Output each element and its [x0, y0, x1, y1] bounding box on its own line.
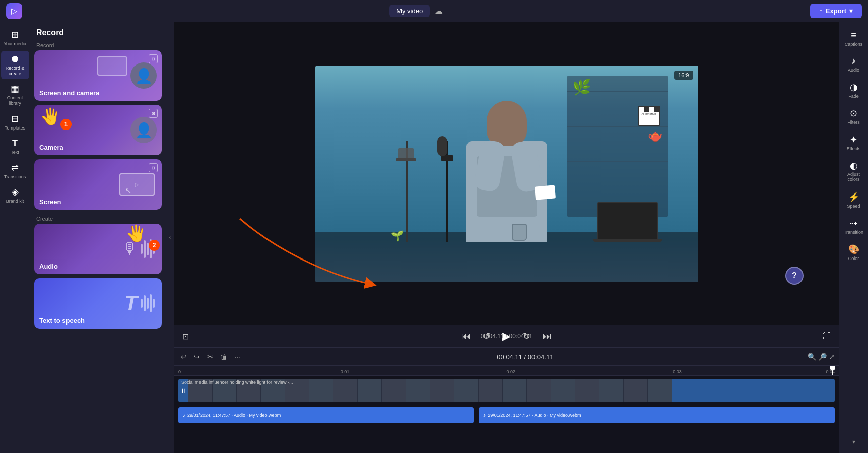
- expand-icon: ▾: [852, 438, 855, 445]
- video-track: Social media influencer holding white li…: [174, 376, 839, 405]
- rewind-button[interactable]: ⏮: [459, 329, 473, 344]
- record-section-label: Record: [36, 42, 160, 48]
- ruler-mark-0: 0: [178, 369, 181, 374]
- card-screen[interactable]: Screen ▷ ⊡ ↖: [34, 159, 162, 210]
- card-text-to-speech[interactable]: Text to speech T: [34, 278, 162, 329]
- app-logo[interactable]: ▷: [6, 3, 22, 19]
- create-section-label: Create: [36, 216, 160, 222]
- fade-label: Fade: [848, 94, 859, 99]
- right-panel-expand[interactable]: ▾: [849, 434, 858, 449]
- audio-track-2-label: 29/01/2024, 11:47:57 · Audio · My video.…: [488, 413, 581, 418]
- right-item-audio[interactable]: ♪ Audio: [840, 52, 867, 77]
- left-sidebar: ⊞ Your media ⏺ Record &create ▦ Content …: [0, 22, 30, 453]
- captions-label: Captions: [845, 42, 863, 47]
- export-chevron-icon: ▾: [849, 7, 853, 15]
- help-button[interactable]: ?: [785, 267, 804, 285]
- record-create-icon: ⏺: [11, 54, 20, 64]
- trash-button[interactable]: 🗑: [218, 351, 230, 362]
- undo-button[interactable]: ↩: [178, 351, 189, 362]
- sidebar-item-templates[interactable]: ⊟ Templates: [1, 110, 29, 134]
- sidebar-item-text[interactable]: T Text: [1, 135, 29, 158]
- card-screen-camera-badge: ⊡: [149, 54, 158, 63]
- panel-collapse-button[interactable]: ‹: [166, 22, 174, 453]
- annotation-number-1: 1: [60, 119, 72, 130]
- zoom-controls: 🔍 🔎 ⤢: [808, 353, 835, 361]
- sidebar-item-brand-kit[interactable]: ◈ Brand kit: [1, 183, 29, 207]
- transition-label: Transition: [844, 230, 863, 235]
- right-item-fade[interactable]: ◑ Fade: [840, 78, 867, 103]
- adjust-colors-icon: ◐: [850, 160, 858, 171]
- fullscreen-button[interactable]: ⛶: [821, 330, 833, 343]
- captions-icon: ≡: [851, 30, 856, 41]
- export-label: Export: [826, 7, 846, 15]
- skip-end-button[interactable]: ⏭: [541, 329, 554, 344]
- right-item-color[interactable]: 🎨 Color: [840, 240, 867, 265]
- sidebar-item-your-media[interactable]: ⊞ Your media: [1, 26, 29, 50]
- zoom-in-button[interactable]: 🔎: [818, 353, 827, 361]
- caption-toggle-button[interactable]: ⊡: [180, 330, 191, 343]
- audio-track-2[interactable]: ♪ 29/01/2024, 11:47:57 · Audio · My vide…: [479, 407, 835, 423]
- effects-label: Effects: [847, 146, 860, 151]
- right-item-captions[interactable]: ≡ Captions: [840, 26, 867, 51]
- right-item-speed[interactable]: ⚡ Speed: [840, 187, 867, 213]
- card-screen-camera-label: Screen and camera: [39, 89, 99, 97]
- brand-kit-icon: ◈: [12, 186, 19, 198]
- fade-icon: ◑: [850, 82, 858, 93]
- timeline-expand-button[interactable]: ⤢: [829, 353, 835, 361]
- card-camera-badge: ⊡: [149, 109, 158, 118]
- card-screen-camera[interactable]: Screen and camera 👤 ⊡: [34, 50, 162, 101]
- speed-icon: ⚡: [848, 191, 859, 203]
- zoom-out-button[interactable]: 🔍: [808, 353, 816, 361]
- export-icon: ↑: [819, 7, 823, 15]
- sidebar-label-brand-kit: Brand kit: [6, 199, 24, 204]
- video-preview-area: 🌿 🫖 CLIPCHAMP: [174, 22, 839, 325]
- time-display: 00:04.11 / 00:04.11: [481, 333, 532, 340]
- ruler-mark-2: 0:02: [507, 369, 516, 374]
- effects-icon: ✦: [850, 134, 857, 145]
- audio-tracks-row: ♪ 29/01/2024, 11:47:57 · Audio · My vide…: [174, 405, 839, 425]
- help-icon: ?: [792, 271, 797, 280]
- playhead[interactable]: [832, 366, 833, 375]
- card-audio[interactable]: Audio 🎙: [34, 224, 162, 274]
- sidebar-label-text: Text: [11, 150, 19, 155]
- templates-icon: ⊟: [11, 113, 19, 124]
- color-icon: 🎨: [848, 244, 859, 255]
- right-item-adjust-colors[interactable]: ◐ Adjust colors: [840, 156, 867, 186]
- audio-icon-1: ♪: [182, 412, 185, 419]
- sidebar-item-record-create[interactable]: ⏺ Record &create: [1, 51, 29, 80]
- right-item-filters[interactable]: ⊙ Filters: [840, 104, 867, 129]
- cursor-annotation: ↖: [125, 186, 131, 196]
- track-play-icon: ⏸: [180, 387, 186, 394]
- right-item-effects[interactable]: ✦ Effects: [840, 130, 867, 155]
- timeline-toolbar: ↩ ↪ ✂ 🗑 ··· 00:04.11 / 00:04.11 🔍 🔎 ⤢: [174, 348, 839, 366]
- card-screen-camera-decoration: 👤: [130, 62, 157, 89]
- sidebar-item-content-library[interactable]: ▦ Content library: [1, 80, 29, 109]
- video-frame: 🌿 🫖 CLIPCHAMP: [315, 66, 698, 282]
- ruler-mark-1: 0:01: [341, 369, 350, 374]
- audio-right-label: Audio: [848, 68, 859, 73]
- timeline-extra-button[interactable]: ···: [232, 351, 243, 362]
- scissors-button[interactable]: ✂: [205, 351, 216, 362]
- audio-track-1[interactable]: ♪ 29/01/2024, 11:47:57 · Audio · My vide…: [178, 407, 474, 423]
- sidebar-item-transitions[interactable]: ⇌ Transitions: [1, 159, 29, 183]
- adjust-colors-label: Adjust colors: [842, 172, 865, 182]
- project-title-button[interactable]: My video: [389, 5, 430, 17]
- speed-label: Speed: [847, 204, 860, 209]
- timeline-ruler: 0 0:01 0:02 0:03 0:04: [174, 366, 839, 376]
- record-panel: Record Record Screen and camera 👤 ⊡: [30, 22, 166, 453]
- video-controls: ⊡ ⏮ ↺ ▶ ↻ ⏭ 00:04.11 / 00:04.11 ⛶: [174, 325, 839, 347]
- right-panel: ≡ Captions ♪ Audio ◑ Fade ⊙ Filters ✦ Ef…: [839, 22, 868, 453]
- text-icon: T: [12, 138, 18, 149]
- timeline-area: ↩ ↪ ✂ 🗑 ··· 00:04.11 / 00:04.11 🔍 🔎 ⤢: [174, 347, 839, 453]
- audio-right-icon: ♪: [851, 56, 856, 67]
- timeline-tracks: Social media influencer holding white li…: [174, 376, 839, 453]
- card-screen-badge: ⊡: [149, 163, 158, 172]
- filters-icon: ⊙: [850, 108, 857, 119]
- record-panel-title: Record: [34, 28, 162, 37]
- annotation-number-2: 2: [149, 240, 160, 251]
- redo-button[interactable]: ↪: [191, 351, 203, 362]
- right-item-transition[interactable]: ⇢ Transition: [840, 214, 867, 239]
- card-camera[interactable]: Camera 👤 ⊡: [34, 105, 162, 155]
- content-library-icon: ▦: [11, 83, 19, 94]
- export-button[interactable]: ↑ Export ▾: [810, 4, 862, 18]
